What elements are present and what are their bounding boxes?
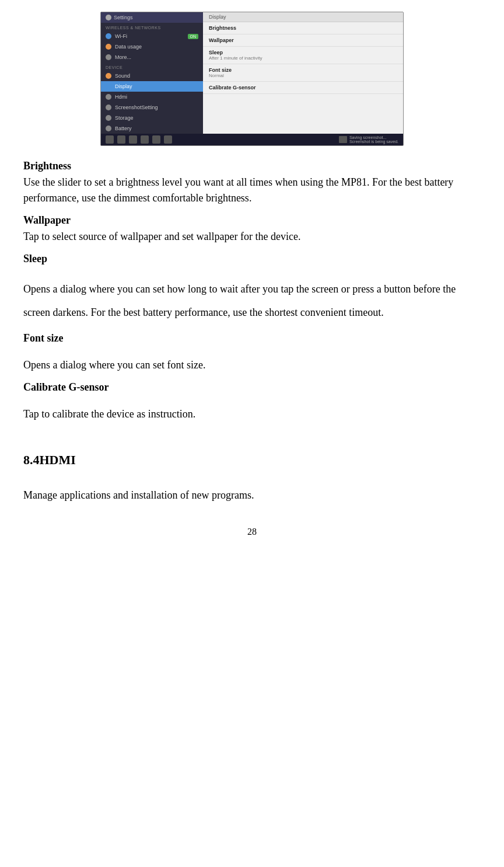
hdmi-space	[23, 477, 481, 488]
saving-screenshot-sub: Screenshot is being saved.	[349, 140, 398, 144]
sidebar-item-sound[interactable]: Sound	[101, 71, 203, 81]
sidebar-item-display[interactable]: Display	[101, 81, 203, 92]
battery-icon	[106, 126, 111, 131]
sleep-section: Sleep Opens a dialog where you can set h…	[23, 253, 481, 324]
photo-icon	[339, 136, 347, 143]
sleep-text: Opens a dialog where you can set how lon…	[23, 278, 481, 324]
sleep-heading: Sleep	[23, 253, 481, 265]
sidebar-item-data-usage[interactable]: Data usage	[101, 41, 203, 52]
calibrate-label: Calibrate G-sensor	[209, 85, 397, 90]
screenshot-bottom-bar: Saving screenshot... Screenshot is being…	[101, 134, 403, 145]
brightness-heading: Brightness	[23, 160, 481, 172]
screenshot-wrapper: Settings WIRELESS & NETWORKS Wi-Fi ON Da…	[23, 12, 481, 146]
battery-label: Battery	[115, 126, 132, 131]
display-icon	[106, 83, 111, 89]
hdmi-label: Hdmi	[115, 94, 127, 100]
data-usage-icon	[106, 44, 111, 50]
screenshot-label: ScreenshotSetting	[115, 105, 158, 110]
vol-up-icon	[164, 135, 172, 144]
sidebar-item-storage[interactable]: Storage	[101, 113, 203, 123]
calibrate-section: Calibrate G-sensor Tap to calibrate the …	[23, 381, 481, 422]
storage-label: Storage	[115, 115, 134, 121]
sleep-sub: After 1 minute of inactivity	[209, 55, 397, 61]
sleep-space-1	[23, 267, 481, 278]
gear-icon	[106, 15, 111, 20]
more-label: More...	[115, 54, 131, 60]
settings-title-label: Settings	[114, 15, 133, 20]
wifi-label: Wi-Fi	[115, 33, 127, 39]
sidebar-item-more[interactable]: More...	[101, 52, 203, 62]
sidebar-item-wifi[interactable]: Wi-Fi ON	[101, 31, 203, 41]
section-divider	[23, 430, 481, 441]
screenshot-box: Settings WIRELESS & NETWORKS Wi-Fi ON Da…	[100, 12, 404, 146]
wifi-icon	[106, 33, 111, 39]
sleep-label: Sleep	[209, 50, 397, 55]
screenshot-indicator: Saving screenshot... Screenshot is being…	[339, 135, 398, 144]
hdmi-text: Manage applications and installation of …	[23, 488, 481, 503]
brightness-section: Brightness Use the slider to set a brigh…	[23, 160, 481, 206]
recents-icon	[129, 135, 137, 144]
saving-text-block: Saving screenshot... Screenshot is being…	[349, 135, 398, 144]
saving-screenshot-text: Saving screenshot...	[349, 135, 398, 140]
brightness-text: Use the slider to set a brightness level…	[23, 175, 481, 206]
wallpaper-text: Tap to select source of wallpaper and se…	[23, 229, 481, 245]
right-item-font-size[interactable]: Font size Normal	[203, 64, 403, 82]
menu-icon	[141, 135, 149, 144]
font-size-heading: Font size	[23, 332, 481, 344]
wallpaper-label: Wallpaper	[209, 37, 397, 43]
home-icon	[117, 135, 125, 144]
sound-label: Sound	[115, 73, 130, 79]
font-size-label: Font size	[209, 67, 397, 73]
back-icon	[106, 135, 114, 144]
screenshot-icon	[106, 105, 111, 110]
calibrate-space	[23, 396, 481, 406]
settings-right-panel: Display Brightness Wallpaper Sleep After…	[203, 12, 403, 145]
page-content: Settings WIRELESS & NETWORKS Wi-Fi ON Da…	[0, 0, 504, 572]
wireless-section-label: WIRELESS & NETWORKS	[101, 23, 203, 31]
hdmi-heading: 8.4HDMI	[23, 452, 481, 468]
calibrate-text: Tap to calibrate the device as instructi…	[23, 406, 481, 422]
right-item-wallpaper[interactable]: Wallpaper	[203, 34, 403, 47]
wallpaper-section: Wallpaper Tap to select source of wallpa…	[23, 214, 481, 245]
brightness-label: Brightness	[209, 25, 397, 31]
hdmi-section: 8.4HDMI Manage applications and installa…	[23, 452, 481, 503]
device-section-label: DEVICE	[101, 62, 203, 71]
sound-icon	[106, 73, 111, 79]
calibrate-heading: Calibrate G-sensor	[23, 381, 481, 394]
page-number: 28	[23, 527, 481, 537]
hdmi-icon	[106, 94, 111, 100]
display-label: Display	[115, 83, 132, 89]
font-size-text: Opens a dialog where you can set font si…	[23, 357, 481, 373]
right-item-sleep[interactable]: Sleep After 1 minute of inactivity	[203, 47, 403, 64]
font-size-section: Font size Opens a dialog where you can s…	[23, 332, 481, 373]
wallpaper-heading: Wallpaper	[23, 214, 481, 227]
settings-sidebar: Settings WIRELESS & NETWORKS Wi-Fi ON Da…	[101, 12, 203, 145]
wifi-on-badge: ON	[188, 34, 199, 39]
right-panel-header: Display	[203, 12, 403, 22]
font-size-space	[23, 347, 481, 357]
more-icon	[106, 54, 111, 60]
right-item-brightness[interactable]: Brightness	[203, 22, 403, 34]
sidebar-item-screenshot[interactable]: ScreenshotSetting	[101, 102, 203, 113]
storage-icon	[106, 115, 111, 121]
right-item-calibrate[interactable]: Calibrate G-sensor	[203, 82, 403, 94]
vol-down-icon	[152, 135, 160, 144]
settings-title: Settings	[101, 12, 203, 23]
sidebar-item-battery[interactable]: Battery	[101, 123, 203, 134]
data-usage-label: Data usage	[115, 44, 142, 50]
sidebar-item-hdmi[interactable]: Hdmi	[101, 92, 203, 102]
font-size-sub: Normal	[209, 73, 397, 78]
